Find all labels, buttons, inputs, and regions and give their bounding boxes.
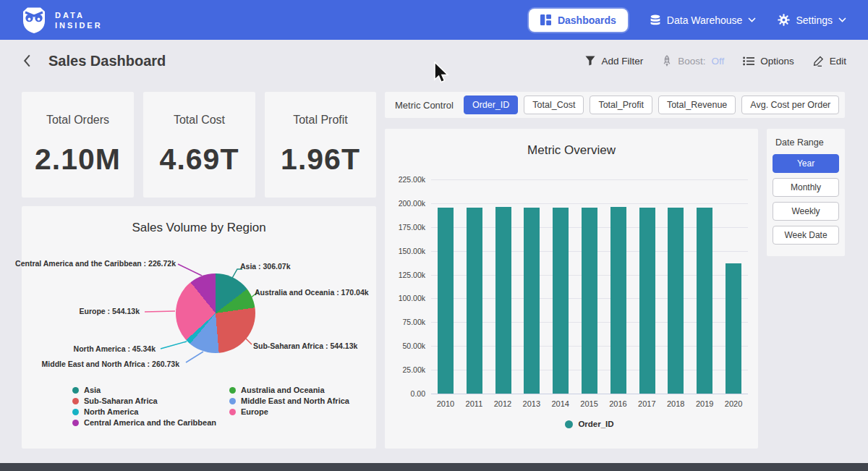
pie-legend-item-sub-saharan-africa[interactable]: Sub-Saharan Africa <box>72 396 216 405</box>
page-title: Sales Dashboard <box>48 53 166 69</box>
kpi-value: 2.10M <box>35 143 121 177</box>
y-tick-label: 0.00 <box>411 389 425 398</box>
kpi-value: 4.69T <box>160 143 239 177</box>
bar-chart-legend[interactable]: Order_ID <box>431 420 748 428</box>
metric-button-total-revenue[interactable]: Total_Revenue <box>658 96 736 114</box>
pie-legend-item-north-america[interactable]: North America <box>72 407 216 416</box>
kpi-card-total-cost: Total Cost 4.69T <box>143 92 255 198</box>
bar-2016[interactable] <box>610 207 626 394</box>
pie-legend-item-asia[interactable]: Asia <box>72 386 216 394</box>
y-tick-label: 50.00k <box>402 341 425 350</box>
filter-icon <box>585 56 595 66</box>
y-tick-label: 200.00k <box>399 199 425 208</box>
bar-2011[interactable] <box>467 208 482 394</box>
toolbar: Add Filter Boost: Off Options <box>585 55 846 67</box>
y-tick-label: 75.00k <box>402 318 425 326</box>
legend-dot <box>229 398 236 404</box>
legend-label: Australia and Oceania <box>241 386 325 394</box>
bar-2014[interactable] <box>553 208 569 394</box>
y-tick-label: 25.00k <box>402 365 425 374</box>
date-range-button-year[interactable]: Year <box>773 154 839 173</box>
pie-chart[interactable] <box>176 273 255 353</box>
brand-name: DATA INSIDER <box>55 10 103 30</box>
bar-2017[interactable] <box>639 208 655 394</box>
bar-2015[interactable] <box>582 208 597 394</box>
metric-button-total-cost[interactable]: Total_Cost <box>524 96 584 114</box>
kpi-label: Total Orders <box>46 114 109 127</box>
pencil-icon <box>813 56 824 67</box>
pie-chart-area: Asia : 306.07k Australia and Oceania : 1… <box>22 246 376 402</box>
x-tick-label: 2010 <box>437 399 454 408</box>
add-filter-label: Add Filter <box>601 56 643 67</box>
x-tick-label: 2012 <box>494 399 511 408</box>
y-tick-label: 100.00k <box>399 294 425 302</box>
bar-2020[interactable] <box>726 263 741 394</box>
brand[interactable]: DATA INSIDER <box>22 7 103 34</box>
pie-label-central-america-and-the-caribbean: Central America and the Caribbean : 226.… <box>15 259 176 268</box>
options-button[interactable]: Options <box>743 56 794 67</box>
date-range-button-week-date[interactable]: Week Date <box>773 226 839 245</box>
legend-dot <box>72 398 79 404</box>
legend-dot <box>72 420 79 426</box>
legend-dot <box>72 387 79 394</box>
legend-dot <box>565 420 573 428</box>
boost-toggle[interactable]: Boost: Off <box>662 55 724 67</box>
legend-dot <box>72 409 79 415</box>
pie-label-europe: Europe : 544.13k <box>80 307 140 315</box>
legend-label: North America <box>84 407 138 416</box>
kpi-label: Total Profit <box>293 114 348 127</box>
legend-label: Sub-Saharan Africa <box>84 396 158 405</box>
date-range-label: Date Range <box>775 137 839 148</box>
kpi-card-total-profit: Total Profit 1.96T <box>265 92 376 198</box>
options-list-icon <box>743 56 754 66</box>
brand-line1: DATA <box>55 10 103 20</box>
legend-label: Central America and the Caribbean <box>84 418 216 427</box>
x-tick-label: 2019 <box>696 399 713 408</box>
dashboards-button[interactable]: Dashboards <box>529 9 628 32</box>
metric-control-bar: Metric Control Order_IDTotal_CostTotal_P… <box>385 92 845 118</box>
pie-legend-item-europe[interactable]: Europe <box>229 407 349 416</box>
date-range-card: Date Range YearMonthlyWeeklyWeek Date <box>767 129 845 256</box>
settings-menu[interactable]: Settings <box>778 14 846 26</box>
bar-series <box>431 179 748 394</box>
gridline <box>431 394 748 394</box>
pie-legend-item-middle-east-and-north-africa[interactable]: Middle East and North Africa <box>229 396 349 405</box>
metric-button-group: Order_IDTotal_CostTotal_ProfitTotal_Reve… <box>464 96 839 114</box>
boost-label: Boost: <box>678 56 705 67</box>
add-filter-button[interactable]: Add Filter <box>585 56 643 67</box>
gear-icon <box>778 14 790 26</box>
nav-menu: Dashboards Data Warehouse <box>529 9 846 32</box>
legend-label: Middle East and North Africa <box>241 396 349 405</box>
bar-2019[interactable] <box>697 208 712 394</box>
data-warehouse-menu[interactable]: Data Warehouse <box>650 14 757 26</box>
bar-chart-plot <box>431 179 748 394</box>
bar-2018[interactable] <box>668 208 684 394</box>
bar-2012[interactable] <box>495 207 511 394</box>
pie-chart-title: Sales Volume by Region <box>22 221 376 235</box>
date-range-button-group: YearMonthlyWeeklyWeek Date <box>773 154 839 245</box>
bar-chart-title: Metric Overview <box>385 143 758 158</box>
edit-button[interactable]: Edit <box>813 56 846 67</box>
metric-button-total-profit[interactable]: Total_Profit <box>590 96 652 114</box>
bar-2013[interactable] <box>524 208 540 394</box>
back-button[interactable] <box>22 53 33 69</box>
bar-2010[interactable] <box>438 208 454 394</box>
edit-label: Edit <box>830 56 846 67</box>
metric-button-avg-cost-per-order[interactable]: Avg. Cost per Order <box>741 96 839 114</box>
metric-button-order-id[interactable]: Order_ID <box>464 96 518 114</box>
kpi-label: Total Cost <box>174 114 225 127</box>
pie-legend-item-australia-and-oceania[interactable]: Australia and Oceania <box>229 386 349 394</box>
chevron-left-icon <box>23 54 31 67</box>
y-axis-labels: 225.00k200.00k175.00k150.00k125.00k100.0… <box>385 179 425 394</box>
y-tick-label: 225.00k <box>399 175 425 184</box>
legend-label: Asia <box>84 386 101 394</box>
y-tick-label: 175.00k <box>399 223 425 232</box>
pie-legend-item-central-america-and-the-caribbean[interactable]: Central America and the Caribbean <box>72 418 216 427</box>
x-tick-label: 2016 <box>609 399 626 408</box>
dashboards-icon <box>540 14 551 25</box>
x-tick-label: 2015 <box>580 399 597 408</box>
x-tick-label: 2011 <box>466 399 483 408</box>
date-range-button-monthly[interactable]: Monthly <box>773 178 839 197</box>
date-range-button-weekly[interactable]: Weekly <box>773 202 839 221</box>
app-root: DATA INSIDER Dashboards Data Warehou <box>0 0 868 471</box>
